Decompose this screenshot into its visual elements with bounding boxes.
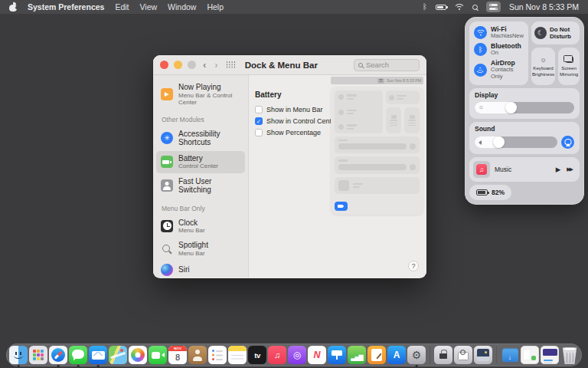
battery-status-icon[interactable] (436, 5, 446, 10)
sound-card: Sound (469, 122, 580, 154)
checkbox[interactable] (255, 117, 263, 125)
window-titlebar[interactable]: ‹ › Dock & Menu Bar (153, 55, 426, 75)
preview-tile (404, 107, 420, 133)
minimize-button[interactable] (174, 61, 182, 69)
dock-icon-calendar[interactable]: NOV8 (168, 346, 187, 364)
dock-icon-system-preferences[interactable] (407, 346, 426, 364)
checkbox[interactable] (255, 106, 263, 113)
dock-icon-maps[interactable] (109, 346, 127, 364)
menu-edit[interactable]: Edit (115, 2, 129, 12)
dock-icon-image-capture[interactable] (474, 346, 492, 364)
running-indicator (97, 365, 100, 367)
menu-bar: System Preferences Edit View Window Help… (0, 0, 588, 14)
battery-module-icon (161, 156, 173, 168)
wifi-icon (474, 26, 487, 39)
menu-bar-clock[interactable]: Sun Nov 8 5:33 PM (509, 2, 579, 12)
menu-view[interactable]: View (140, 2, 158, 12)
dock-icon-downloads[interactable] (501, 346, 519, 364)
back-button[interactable]: ‹ (201, 60, 207, 70)
bluetooth-status-icon[interactable]: ᛒ (423, 3, 427, 11)
sidebar-item-now-playing[interactable]: Now PlayingMenu Bar & Control Center (156, 80, 245, 109)
system-preferences-window: ‹ › Dock & Menu Bar Now PlayingMenu Bar … (153, 55, 426, 278)
dock-icon-podcasts[interactable] (288, 346, 306, 364)
dock-icon-window-1[interactable] (521, 346, 539, 364)
dock-icon-contacts[interactable] (188, 346, 207, 364)
battery-pill[interactable]: 82% (469, 185, 511, 200)
fast-forward-button[interactable]: ▶▶ (567, 166, 572, 172)
zoom-button[interactable] (188, 61, 196, 69)
apple-menu-icon[interactable] (9, 2, 17, 12)
connectivity-card: Wi-FiMachiasNew ᛒ BluetoothOn AirDropCon… (469, 21, 528, 85)
dock-icon-numbers[interactable] (348, 346, 366, 364)
do-not-disturb-toggle[interactable]: Do Not Disturb (531, 21, 580, 44)
menu-bar-preview: Sun Nov 8 5:33 PM (331, 77, 423, 84)
menu-bar-status-area: ᛒ Sun Nov 8 5:33 PM (423, 2, 579, 12)
menu-app-name[interactable]: System Preferences (28, 2, 104, 12)
search-input[interactable] (366, 61, 412, 69)
sidebar-item-spotlight[interactable]: SpotlightMenu Bar (156, 238, 245, 260)
now-playing-icon (161, 88, 173, 100)
control-center-menu-icon[interactable] (486, 2, 501, 12)
forward-button[interactable]: › (213, 60, 219, 70)
dock-icon-appstore[interactable] (387, 346, 406, 364)
running-indicator (416, 365, 418, 367)
menu-window[interactable]: Window (168, 2, 196, 12)
keyboard-brightness-tile[interactable]: Keyboard Brightness (531, 48, 555, 85)
sidebar-item-clock[interactable]: ClockMenu Bar (156, 215, 245, 238)
window-title: Dock & Menu Bar (245, 61, 318, 70)
dock-icon-reminders[interactable] (208, 346, 227, 364)
spotlight-icon[interactable] (472, 5, 478, 10)
dock-icon-facetime[interactable] (149, 346, 167, 364)
menu-help[interactable]: Help (207, 2, 224, 12)
help-button[interactable]: ? (408, 261, 419, 271)
play-button[interactable]: ▶ (556, 166, 561, 173)
dock-icon-safari[interactable] (49, 346, 67, 364)
dock-icon-pages[interactable] (368, 346, 386, 364)
airplay-button[interactable] (561, 136, 574, 149)
fast-user-switching-icon (161, 179, 173, 192)
preview-panel (331, 87, 423, 215)
search-icon (358, 63, 363, 67)
sidebar-item-siri[interactable]: Siri (156, 261, 245, 278)
accessibility-icon (161, 132, 173, 144)
dock-icon-disk-utility[interactable] (454, 346, 472, 364)
dock-icon-photos[interactable] (129, 346, 147, 364)
music-card[interactable]: Music ▶ ▶▶ (469, 157, 580, 182)
dock-icon-news[interactable] (308, 346, 326, 364)
dock-icon-boot-camp-assistant[interactable] (434, 346, 452, 364)
dock-icon-tv[interactable] (248, 346, 266, 364)
sidebar-item-accessibility-shortcuts[interactable]: Accessibility Shortcuts (156, 127, 245, 150)
preview-display-slider (335, 136, 420, 153)
sound-volume-slider[interactable] (475, 136, 557, 148)
preview-dnd-card (386, 90, 420, 104)
dock-icon-mail[interactable] (89, 346, 107, 364)
display-brightness-slider[interactable] (475, 102, 574, 113)
wifi-toggle[interactable]: Wi-FiMachiasNew (474, 26, 524, 40)
control-center-preview: Sun Nov 8 5:33 PM (331, 77, 423, 215)
dock-icon-music[interactable] (268, 346, 286, 364)
dock-icon-finder[interactable] (9, 346, 28, 364)
dock-icon-notes[interactable] (228, 346, 247, 364)
dock-icon-launchpad[interactable] (29, 346, 47, 364)
wifi-status-icon[interactable] (455, 4, 464, 11)
calendar-month-label: NOV (168, 347, 187, 350)
dock-icon-window-2[interactable] (541, 346, 559, 364)
dock: NOV8 (6, 343, 582, 366)
sidebar-item-battery[interactable]: BatteryControl Center (156, 151, 245, 173)
preview-battery-icon (335, 202, 348, 211)
screen-mirroring-icon (566, 57, 573, 63)
screen-mirroring-tile[interactable]: Screen Mirroring (558, 48, 580, 85)
airdrop-toggle[interactable]: AirDropContacts Only (474, 60, 524, 80)
preview-tile (386, 107, 401, 133)
checkbox[interactable] (255, 129, 263, 136)
sidebar-item-fast-user-switching[interactable]: Fast User Switching (156, 174, 245, 198)
dock-icon-messages[interactable] (69, 346, 87, 364)
preview-clock: Sun Nov 8 5:33 PM (387, 78, 421, 83)
running-indicator (77, 365, 80, 367)
close-button[interactable] (160, 61, 168, 69)
dock-icon-keynote[interactable] (328, 346, 346, 364)
bluetooth-toggle[interactable]: ᛒ BluetoothOn (474, 43, 524, 57)
preferences-search-field[interactable] (354, 59, 420, 71)
show-all-grid-button[interactable] (227, 61, 236, 68)
dock-icon-trash[interactable] (560, 346, 579, 364)
